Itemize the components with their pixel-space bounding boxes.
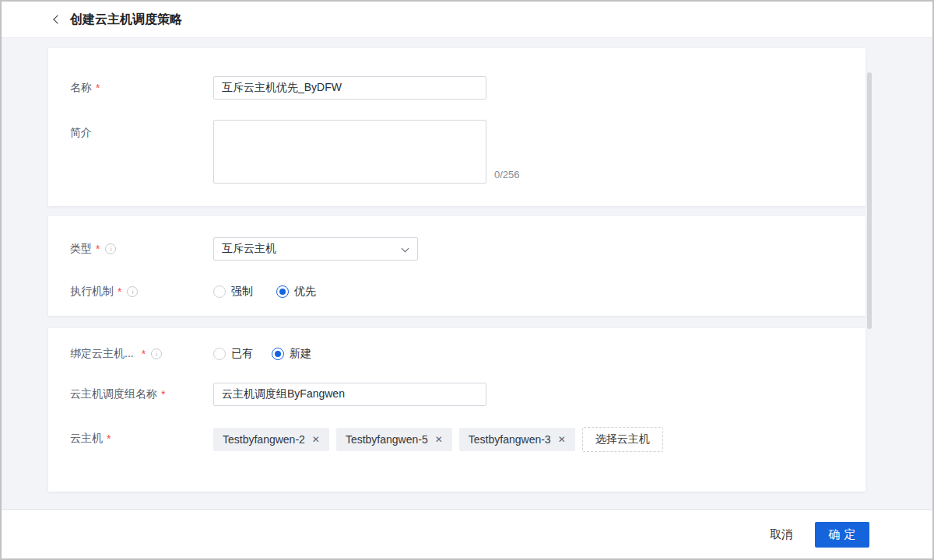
- page-title: 创建云主机调度策略: [70, 12, 182, 28]
- confirm-button[interactable]: 确定: [815, 522, 869, 548]
- radio-icon: [213, 348, 226, 360]
- basic-info-card: 名称 * 简介 0/256: [48, 48, 866, 206]
- mechanism-label: 执行机制 * i: [70, 280, 210, 303]
- bind-mode-radio-group: 已有 新建: [213, 342, 335, 366]
- type-select[interactable]: 互斥云主机: [213, 237, 418, 261]
- description-label: 简介: [70, 120, 210, 143]
- chevron-left-icon: [53, 15, 61, 23]
- host-tag: Testbyfangwen-2 ✕: [213, 428, 329, 451]
- host-tags-row: Testbyfangwen-2 ✕ Testbyfangwen-5 ✕ Test…: [213, 427, 663, 452]
- create-scheduling-policy-page: 创建云主机调度策略 名称 * 简介 0/2: [0, 0, 934, 560]
- radio-icon: [272, 348, 284, 360]
- back-button[interactable]: [50, 12, 65, 27]
- required-asterisk: *: [96, 82, 100, 94]
- chevron-down-icon: [402, 245, 409, 253]
- mechanism-radio-group: 强制 优先: [213, 280, 339, 303]
- description-textarea[interactable]: [213, 120, 486, 184]
- type-label: 类型 * i: [70, 237, 210, 261]
- footer-bar: 取消 确定: [2, 509, 932, 558]
- name-input[interactable]: [213, 76, 486, 100]
- radio-mechanism-force[interactable]: 强制: [213, 285, 253, 299]
- required-asterisk: *: [118, 285, 121, 298]
- info-icon[interactable]: i: [105, 243, 116, 254]
- radio-icon: [276, 285, 289, 298]
- radio-icon: [213, 285, 226, 298]
- select-hosts-button[interactable]: 选择云主机: [582, 427, 663, 452]
- page-header: 创建云主机调度策略: [2, 2, 932, 38]
- close-icon[interactable]: ✕: [435, 435, 443, 444]
- close-icon[interactable]: ✕: [558, 435, 566, 444]
- policy-card: 类型 * i 互斥云主机 执行机制 * i: [48, 216, 866, 316]
- radio-bind-new[interactable]: 新建: [272, 347, 311, 361]
- radio-bind-existing[interactable]: 已有: [213, 347, 253, 361]
- group-name-input[interactable]: [213, 383, 486, 406]
- radio-mechanism-priority[interactable]: 优先: [276, 285, 316, 299]
- required-asterisk: *: [142, 348, 146, 360]
- char-counter: 0/256: [494, 169, 520, 180]
- info-icon[interactable]: i: [151, 348, 162, 359]
- binding-card: 绑定云主机... * i 已有 新建: [48, 328, 866, 492]
- info-icon[interactable]: i: [127, 286, 138, 297]
- host-tag: Testbyfangwen-3 ✕: [459, 428, 575, 451]
- group-name-label: 云主机调度组名称 *: [70, 383, 210, 406]
- host-tag-name: Testbyfangwen-2: [223, 433, 305, 446]
- bind-mode-label: 绑定云主机... * i: [70, 342, 210, 366]
- vertical-scrollbar-thumb[interactable]: [867, 72, 872, 329]
- host-tag-name: Testbyfangwen-3: [469, 433, 551, 446]
- form-content: 名称 * 简介 0/256 类型: [2, 39, 932, 512]
- required-asterisk: *: [161, 388, 165, 401]
- name-label: 名称 *: [70, 76, 210, 100]
- host-tag: Testbyfangwen-5 ✕: [336, 428, 452, 451]
- required-asterisk: *: [107, 432, 111, 445]
- cancel-button[interactable]: 取消: [770, 527, 793, 542]
- hosts-label: 云主机 *: [70, 427, 210, 450]
- host-tag-name: Testbyfangwen-5: [346, 433, 428, 446]
- required-asterisk: *: [96, 243, 100, 255]
- type-select-value: 互斥云主机: [222, 242, 276, 256]
- close-icon[interactable]: ✕: [312, 435, 320, 444]
